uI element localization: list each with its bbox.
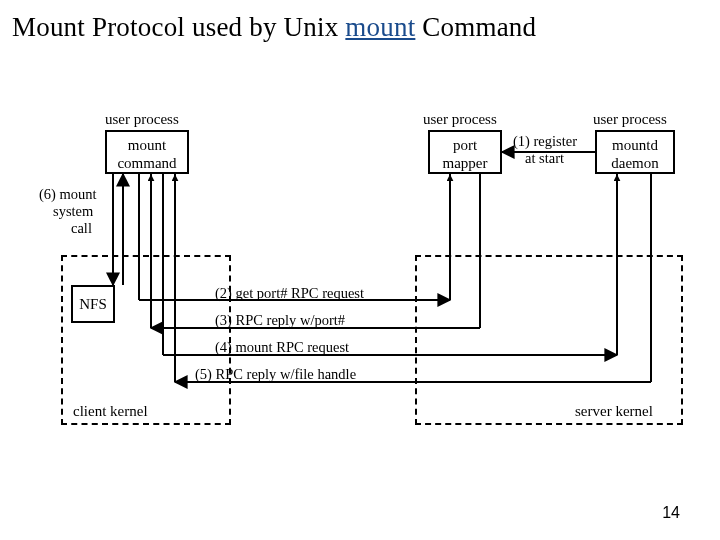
- page-number: 14: [662, 504, 680, 522]
- slide-title: Mount Protocol used by Unix mount Comman…: [12, 12, 536, 43]
- title-post: Command: [415, 12, 536, 42]
- diagram-connectors: [35, 95, 685, 475]
- mount-protocol-diagram: mount command NFS port mapper mountd dae…: [35, 95, 685, 475]
- title-pre: Mount Protocol used by Unix: [12, 12, 345, 42]
- title-link: mount: [345, 12, 415, 42]
